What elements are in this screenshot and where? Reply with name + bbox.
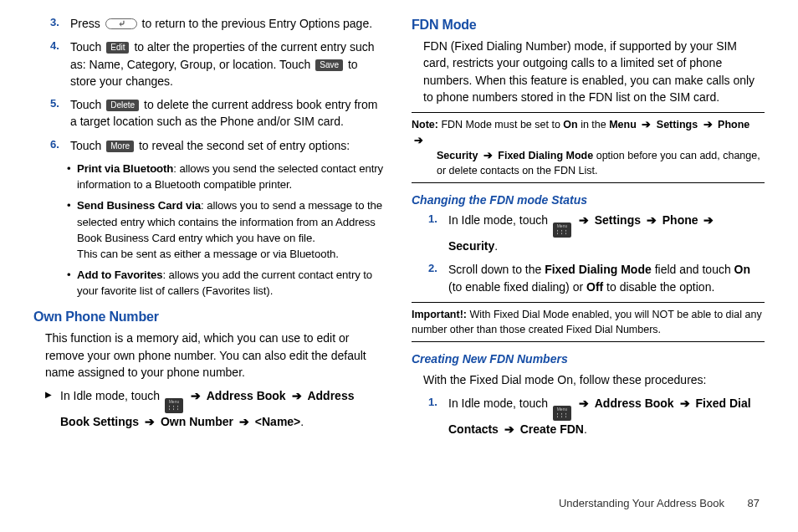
step-text: In Idle mode, touch bbox=[448, 213, 551, 227]
menu-icon: Menu bbox=[165, 398, 183, 413]
step-text: (to enable fixed dialing) or bbox=[448, 280, 586, 294]
steps-list-left: 3. Press ⤶ to return to the previous Ent… bbox=[33, 15, 386, 154]
delete-button-icon: Delete bbox=[106, 100, 139, 111]
step-text: field and touch bbox=[652, 263, 734, 276]
bullet-send-card: Send Business Card via: allows you to se… bbox=[69, 197, 386, 262]
edit-button-icon: Edit bbox=[106, 42, 129, 54]
note-text: FDN Mode must be set to bbox=[438, 119, 563, 130]
step-text: In Idle mode, touch bbox=[448, 396, 551, 410]
arrow-icon: ➔ bbox=[145, 415, 155, 428]
fdn-mode-body: FDN (Fixed Dialing Number) mode, if supp… bbox=[423, 38, 765, 105]
step-text: Touch bbox=[70, 139, 105, 152]
arrow-icon: ➔ bbox=[292, 389, 302, 402]
arrow-icon: ➔ bbox=[579, 396, 589, 410]
on-label: On bbox=[734, 263, 750, 276]
arrow-icon: ➔ bbox=[703, 213, 714, 227]
step-number: 2. bbox=[428, 261, 437, 277]
page-number: 87 bbox=[748, 497, 760, 509]
step-6: 6. Touch More to reveal the second set o… bbox=[50, 137, 386, 154]
important-lead: Important!: bbox=[412, 309, 467, 320]
own-phone-step: In Idle mode, touch Menu ➔ Address Book … bbox=[33, 387, 386, 430]
path-item: Security bbox=[448, 239, 494, 253]
more-button-icon: More bbox=[106, 141, 134, 152]
footer-label: Understanding Your Address Book bbox=[559, 497, 724, 509]
step-number: 4. bbox=[50, 38, 59, 54]
arrow-icon: ➔ bbox=[680, 396, 690, 410]
step-number: 5. bbox=[50, 96, 59, 112]
chg-step-2: 2. Scroll down to the Fixed Dialing Mode… bbox=[428, 261, 765, 295]
path-item: Own Number bbox=[161, 415, 233, 428]
path-item: Phone bbox=[718, 119, 749, 130]
step-text: Touch bbox=[70, 98, 105, 111]
path-item: Fixed Dialing Mode bbox=[498, 150, 593, 161]
bullet-label: Add to Favorites bbox=[77, 269, 162, 281]
note-box: Note: FDN Mode must be set to On in the … bbox=[412, 112, 765, 183]
arrow-icon: ➔ bbox=[647, 213, 657, 227]
page-footer: Understanding Your Address Book 87 bbox=[559, 496, 760, 512]
path-item: Create FDN bbox=[520, 422, 584, 436]
fdn-mode-heading: FDN Mode bbox=[412, 15, 765, 34]
arrow-icon: ➔ bbox=[483, 150, 493, 161]
menu-icon: Menu bbox=[553, 406, 571, 421]
step-number: 1. bbox=[428, 395, 437, 411]
step-text: to return to the previous Entry Options … bbox=[142, 17, 373, 30]
bullet-label: Send Business Card via bbox=[77, 199, 201, 212]
back-icon: ⤶ bbox=[105, 18, 137, 29]
step-number: 1. bbox=[428, 212, 437, 228]
step-text: to disable the option. bbox=[603, 280, 714, 294]
fdm-label: Fixed Dialing Mode bbox=[545, 263, 652, 276]
creating-fdn-body: With the Fixed Dial mode On, follow thes… bbox=[423, 371, 765, 388]
left-column: 3. Press ⤶ to return to the previous Ent… bbox=[33, 15, 386, 492]
arrow-icon: ➔ bbox=[191, 389, 201, 402]
note-cont: Security ➔ Fixed Dialing Mode option bef… bbox=[437, 148, 765, 178]
arrow-icon: ➔ bbox=[642, 119, 651, 130]
chg-step-1: 1. In Idle mode, touch Menu ➔ Settings ➔… bbox=[428, 212, 765, 254]
steps-list-chg: 1. In Idle mode, touch Menu ➔ Settings ➔… bbox=[412, 212, 765, 295]
arrow-icon: ➔ bbox=[504, 422, 514, 436]
path-item: Settings bbox=[595, 213, 641, 227]
step-4: 4. Touch Edit to alter the properties of… bbox=[50, 38, 386, 90]
note-text: in the bbox=[578, 119, 610, 130]
cre-step-1: 1. In Idle mode, touch Menu ➔ Address Bo… bbox=[428, 395, 765, 437]
options-bullets: Print via Bluetooth: allows you send the… bbox=[50, 161, 386, 299]
steps-list-cre: 1. In Idle mode, touch Menu ➔ Address Bo… bbox=[412, 395, 765, 437]
step-text: Press bbox=[70, 17, 104, 30]
step-5: 5. Touch Delete to delete the current ad… bbox=[50, 96, 386, 130]
important-box: Important!: With Fixed Dial Mode enabled… bbox=[412, 302, 765, 342]
bullet-add-fav: Add to Favorites: allows you add the cur… bbox=[69, 267, 386, 299]
step-text: to reveal the second set of entry option… bbox=[139, 139, 350, 152]
save-button-icon: Save bbox=[315, 59, 343, 71]
arrow-icon: ➔ bbox=[703, 119, 713, 130]
path-item: Security bbox=[437, 150, 478, 161]
note-lead: Note: bbox=[412, 119, 438, 130]
path-item: Menu bbox=[609, 119, 637, 130]
path-item: Phone bbox=[662, 213, 698, 227]
step-text: Scroll down to the bbox=[448, 263, 545, 276]
menu-icon: Menu bbox=[553, 223, 571, 238]
own-phone-body: This function is a memory aid, which you… bbox=[45, 330, 386, 381]
step-number: 3. bbox=[50, 15, 59, 31]
off-label: Off bbox=[586, 280, 603, 294]
bullet-text-line2: This can be sent as either a message or … bbox=[77, 248, 339, 260]
arrow-icon: ➔ bbox=[579, 213, 589, 227]
path-item: Address Book bbox=[595, 396, 674, 410]
page-content: 3. Press ⤶ to return to the previous Ent… bbox=[0, 0, 798, 492]
note-on: On bbox=[563, 119, 577, 130]
right-column: FDN Mode FDN (Fixed Dialing Number) mode… bbox=[412, 15, 765, 492]
bullet-print-bt: Print via Bluetooth: allows you send the… bbox=[69, 161, 386, 192]
path-item: <Name> bbox=[255, 415, 300, 428]
step-3: 3. Press ⤶ to return to the previous Ent… bbox=[50, 15, 386, 32]
path-item: Address Book bbox=[207, 389, 286, 402]
creating-fdn-heading: Creating New FDN Numbers bbox=[412, 350, 765, 367]
step-text: Touch bbox=[70, 40, 105, 54]
step-number: 6. bbox=[50, 137, 59, 153]
arrow-icon: ➔ bbox=[239, 415, 249, 428]
bullet-label: Print via Bluetooth bbox=[77, 162, 173, 175]
arrow-icon: ➔ bbox=[414, 135, 423, 146]
step-text: In Idle mode, touch bbox=[60, 389, 163, 402]
changing-fdn-heading: Changing the FDN mode Status bbox=[412, 192, 765, 208]
own-phone-heading: Own Phone Number bbox=[33, 307, 386, 326]
path-item: Settings bbox=[657, 119, 698, 130]
